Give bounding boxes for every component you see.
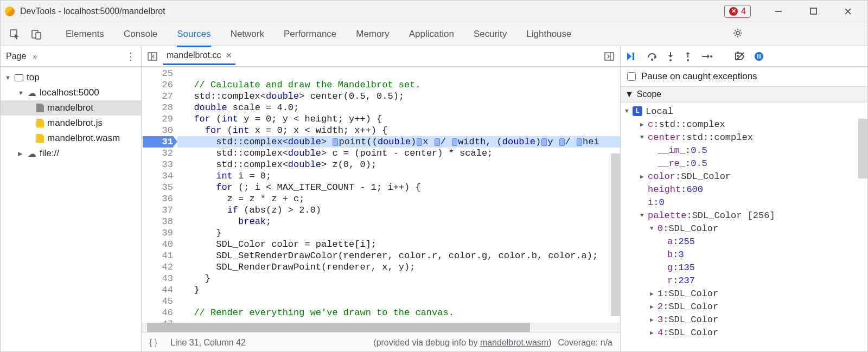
vertical-scrollbar[interactable] <box>611 153 620 316</box>
tab-performance[interactable]: Performance <box>284 24 336 44</box>
code-line[interactable]: std::complex<double> z(0, 0); <box>177 159 620 170</box>
code-body[interactable]: // Calculate and draw the Mandelbrot set… <box>177 67 620 323</box>
tab-network[interactable]: Network <box>231 24 264 44</box>
scope-variable-row[interactable]: __re_: 0.5 <box>621 157 867 170</box>
code-line[interactable]: // Calculate and draw the Mandelbrot set… <box>177 79 620 91</box>
code-line[interactable]: for (int x = 0; x < width; x++) { <box>177 125 620 136</box>
page-tab-label[interactable]: Page <box>6 52 26 61</box>
pretty-print-icon[interactable]: { } <box>149 338 157 348</box>
scope-variable-row[interactable]: ▶c: std::complex <box>621 118 867 131</box>
line-number[interactable]: 28 <box>143 102 173 113</box>
code-line[interactable]: SDL_Color color = palette[i]; <box>177 239 620 250</box>
code-line[interactable]: } <box>177 273 620 284</box>
scope-variable-row[interactable]: i: 0 <box>621 196 867 209</box>
code-line[interactable] <box>177 296 620 307</box>
pause-on-caught-row[interactable]: Pause on caught exceptions <box>621 67 867 86</box>
settings-gear-icon[interactable] <box>730 25 745 41</box>
tree-file-mandelbrot-js[interactable]: mandelbrot.js <box>1 116 141 131</box>
navigator-menu-icon[interactable]: ⋮ <box>126 50 136 62</box>
tab-lighthouse[interactable]: Lighthouse <box>526 24 571 44</box>
pause-on-caught-checkbox[interactable] <box>627 72 636 81</box>
code-line[interactable]: z = z * z + c; <box>177 193 620 204</box>
scope-variable-row[interactable]: a: 255 <box>621 235 867 248</box>
code-line[interactable]: for (int y = 0; y < height; y++) { <box>177 113 620 125</box>
deactivate-breakpoints-icon[interactable] <box>735 52 745 61</box>
code-line[interactable] <box>177 68 620 79</box>
tab-security[interactable]: Security <box>474 24 507 44</box>
more-tabs-icon[interactable]: » <box>33 52 37 61</box>
scope-variable-row[interactable]: ▼palette: SDL_Color [256] <box>621 209 867 222</box>
scope-section-header[interactable]: ▼ Scope <box>621 86 867 103</box>
line-number[interactable]: 45 <box>143 296 173 307</box>
tree-file-mandelbrot[interactable]: mandelbrot <box>1 100 141 116</box>
tab-console[interactable]: Console <box>124 24 157 44</box>
line-number[interactable]: 25 <box>143 68 173 79</box>
show-debugger-icon[interactable] <box>604 51 615 62</box>
horizontal-scrollbar[interactable] <box>142 323 620 332</box>
step-out-icon[interactable] <box>684 51 692 62</box>
code-line[interactable]: std::complex<double> center(0.5, 0.5); <box>177 91 620 102</box>
line-number[interactable]: 29 <box>143 113 173 125</box>
line-number[interactable]: 30 <box>143 125 173 136</box>
scope-variable-row[interactable]: height: 600 <box>621 183 867 196</box>
code-line[interactable]: std::complex<double> point((double)x / w… <box>177 136 620 148</box>
line-number[interactable]: 26 <box>143 79 173 91</box>
line-number[interactable]: 41 <box>143 250 173 261</box>
line-number[interactable]: 32 <box>143 148 173 159</box>
tab-application[interactable]: Application <box>409 24 454 44</box>
step-over-icon[interactable] <box>647 52 658 61</box>
error-count-badge[interactable]: ✕ 4 <box>724 5 751 18</box>
code-line[interactable]: int i = 0; <box>177 170 620 182</box>
tab-sources[interactable]: Sources <box>177 24 210 44</box>
scope-variable-row[interactable]: g: 135 <box>621 261 867 274</box>
scope-variable-row[interactable]: b: 3 <box>621 248 867 261</box>
scope-variable-row[interactable]: ▶4: SDL_Color <box>621 326 867 339</box>
code-line[interactable]: double scale = 4.0; <box>177 102 620 113</box>
inspect-element-icon[interactable] <box>7 27 22 42</box>
code-line[interactable]: break; <box>177 216 620 227</box>
line-number[interactable]: 39 <box>143 227 173 239</box>
close-tab-icon[interactable]: ✕ <box>226 51 232 60</box>
code-line[interactable]: // Render everything we've drawn to the … <box>177 307 620 318</box>
line-number[interactable]: 44 <box>143 284 173 296</box>
code-line[interactable]: SDL_SetRenderDrawColor(renderer, color.r… <box>177 250 620 261</box>
line-number[interactable]: 46 <box>143 307 173 318</box>
tree-host[interactable]: ▼ ☁ localhost:5000 <box>1 85 141 100</box>
tab-memory[interactable]: Memory <box>356 24 389 44</box>
code-line[interactable]: } <box>177 227 620 239</box>
code-line[interactable]: SDL_RenderDrawPoint(renderer, x, y); <box>177 261 620 273</box>
line-number[interactable]: 42 <box>143 261 173 273</box>
device-toolbar-icon[interactable] <box>29 27 44 42</box>
tree-top[interactable]: ▼ top <box>1 70 141 85</box>
resume-icon[interactable] <box>626 52 638 61</box>
scope-variable-row[interactable]: ▶3: SDL_Color <box>621 313 867 326</box>
step-icon[interactable] <box>701 52 713 61</box>
line-number[interactable]: 37 <box>143 204 173 216</box>
line-number[interactable]: 34 <box>143 170 173 182</box>
line-number[interactable]: 40 <box>143 239 173 250</box>
code-line[interactable] <box>177 318 620 323</box>
code-line[interactable]: for (; i < MAX_ITER_COUNT - 1; i++) { <box>177 182 620 193</box>
debug-info-link[interactable]: mandelbrot.wasm <box>480 338 548 347</box>
line-number[interactable]: 36 <box>143 193 173 204</box>
line-number[interactable]: 31 <box>143 136 173 148</box>
code-line[interactable]: std::complex<double> c = (point - center… <box>177 148 620 159</box>
file-tab-mandelbrot-cc[interactable]: mandelbrot.cc ✕ <box>163 47 235 65</box>
tab-elements[interactable]: Elements <box>66 24 104 44</box>
scope-variable-row[interactable]: ▼center: std::complex <box>621 131 867 144</box>
line-number[interactable]: 33 <box>143 159 173 170</box>
scope-variable-row[interactable]: ▶1: SDL_Color <box>621 287 867 300</box>
line-number[interactable]: 47 <box>143 318 173 323</box>
scope-variable-row[interactable]: ▼0: SDL_Color <box>621 222 867 235</box>
show-navigator-icon[interactable] <box>147 51 158 62</box>
code-line[interactable]: } <box>177 284 620 296</box>
scope-local-header[interactable]: ▼ L Local <box>621 105 867 118</box>
line-number[interactable]: 43 <box>143 273 173 284</box>
line-number[interactable]: 27 <box>143 91 173 102</box>
pause-on-exceptions-icon[interactable] <box>754 52 764 61</box>
line-number[interactable]: 38 <box>143 216 173 227</box>
step-into-icon[interactable] <box>666 51 675 62</box>
scope-variable-row[interactable]: __im_: 0.5 <box>621 144 867 157</box>
scope-variable-row[interactable]: r: 237 <box>621 274 867 287</box>
tree-file-mandelbrot-wasm[interactable]: mandelbrot.wasm <box>1 131 141 146</box>
